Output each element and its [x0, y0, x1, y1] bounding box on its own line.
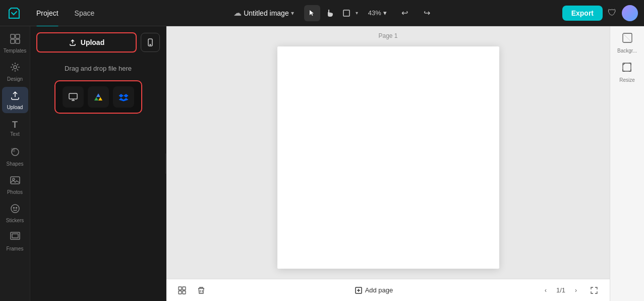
zoom-chevron-icon: ▾ — [383, 9, 387, 17]
sidebar-item-templates[interactable]: Templates — [2, 30, 28, 57]
svg-rect-19 — [183, 287, 186, 290]
svg-point-12 — [16, 208, 17, 209]
header: Project Space ☁ Untitled image ▾ — [0, 0, 644, 26]
canvas-scroll: Page 1 — [166, 26, 610, 279]
svg-point-16 — [150, 44, 151, 45]
bottom-center: Add page — [350, 284, 398, 296]
source-buttons-group — [54, 80, 142, 114]
tab-space[interactable]: Space — [67, 6, 103, 20]
undo-button[interactable]: ↩ — [397, 5, 413, 21]
svg-line-24 — [623, 33, 632, 42]
text-icon: T — [12, 120, 18, 129]
sidebar-item-photos[interactable]: Photos — [2, 172, 28, 198]
canvas-page — [277, 46, 499, 269]
logo-icon[interactable] — [6, 5, 22, 21]
svg-rect-0 — [343, 10, 349, 16]
svg-point-5 — [14, 66, 17, 69]
upload-main-button[interactable]: Upload — [36, 32, 137, 53]
design-icon — [10, 62, 21, 74]
resize-panel-item[interactable]: Resize — [619, 62, 635, 83]
fullscreen-icon — [590, 286, 598, 294]
doc-title: Untitled image — [244, 9, 289, 17]
trash-button[interactable] — [194, 283, 209, 298]
doc-title-area[interactable]: ☁ Untitled image ▾ — [229, 6, 298, 20]
resize-label: Resize — [619, 77, 635, 83]
add-page-button[interactable]: Add page — [350, 284, 398, 296]
svg-rect-14 — [12, 234, 18, 238]
svg-point-11 — [13, 208, 14, 209]
svg-point-10 — [11, 205, 19, 213]
sidebar-item-shapes[interactable]: Shapes — [2, 143, 28, 170]
phone-icon — [146, 38, 154, 46]
header-right: Export 🛡 — [562, 5, 638, 21]
svg-rect-1 — [11, 34, 15, 38]
page-settings-button[interactable] — [174, 283, 190, 298]
right-panel: Backgr... Resize — [610, 26, 644, 301]
dropbox-icon — [119, 92, 129, 102]
zoom-level: 43% — [368, 9, 381, 17]
frames-label: Frames — [7, 246, 24, 252]
background-label: Backgr... — [617, 48, 637, 54]
computer-source-button[interactable] — [63, 86, 84, 108]
photos-icon — [10, 175, 21, 187]
dropbox-source-button[interactable] — [113, 86, 134, 108]
fullscreen-button[interactable] — [587, 283, 602, 298]
zoom-button[interactable]: 43% ▾ — [364, 7, 391, 19]
background-panel-item[interactable]: Backgr... — [617, 32, 637, 54]
sidebar-item-frames[interactable]: Frames — [2, 228, 28, 255]
svg-rect-18 — [179, 287, 182, 290]
background-icon — [622, 32, 633, 46]
design-label: Design — [7, 76, 23, 82]
upload-btn-icon — [69, 38, 77, 46]
shield-icon[interactable]: 🛡 — [608, 8, 617, 18]
sidebar-item-stickers[interactable]: Stickers — [2, 200, 28, 226]
text-label: Text — [10, 131, 19, 137]
templates-icon — [10, 33, 21, 46]
page-indicator: 1/1 — [556, 286, 565, 294]
drag-drop-label: Drag and drop file here — [65, 65, 132, 72]
select-tool-button[interactable] — [304, 5, 320, 21]
svg-rect-2 — [16, 34, 20, 38]
svg-rect-7 — [11, 148, 15, 152]
add-page-icon — [355, 287, 362, 294]
stickers-icon — [10, 203, 21, 216]
page-label: Page 1 — [378, 32, 397, 39]
redo-button[interactable]: ↪ — [419, 5, 435, 21]
resize-icon — [621, 62, 632, 75]
google-drive-icon — [93, 92, 103, 102]
svg-rect-20 — [179, 291, 182, 294]
phone-button[interactable] — [141, 33, 160, 52]
google-drive-source-button[interactable] — [88, 86, 109, 108]
project-nav: Project Space — [28, 6, 102, 20]
stickers-label: Stickers — [6, 218, 24, 223]
panel-content: Drag and drop file here — [30, 59, 166, 301]
export-button[interactable]: Export — [562, 6, 603, 21]
tab-project[interactable]: Project — [28, 6, 67, 20]
hand-tool-button[interactable] — [321, 5, 337, 21]
prev-page-button[interactable]: ‹ — [539, 284, 552, 297]
trash-icon — [197, 286, 205, 294]
shapes-icon — [10, 146, 21, 159]
svg-rect-4 — [16, 39, 20, 43]
panel-top: Upload — [30, 26, 166, 59]
templates-label: Templates — [4, 48, 27, 54]
frame-tool-chevron[interactable]: ▾ — [356, 10, 358, 16]
svg-rect-21 — [183, 291, 186, 294]
sidebar-item-text[interactable]: T Text — [2, 115, 28, 141]
upload-label: Upload — [7, 105, 23, 110]
bottom-bar: Add page ‹ 1/1 › — [166, 279, 610, 301]
svg-rect-3 — [11, 39, 15, 43]
frame-tool-button[interactable] — [338, 5, 355, 21]
chevron-down-icon: ▾ — [291, 10, 294, 17]
header-left: Project Space — [6, 5, 102, 21]
sidebar-item-design[interactable]: Design — [2, 59, 28, 85]
bottom-left — [174, 283, 209, 298]
next-page-button[interactable]: › — [569, 284, 582, 297]
avatar[interactable] — [622, 5, 638, 21]
upload-icon — [10, 90, 21, 103]
panel-wrapper: Upload Drag and drop file here — [30, 26, 166, 301]
bottom-right: ‹ 1/1 › — [539, 283, 602, 298]
upload-main-label: Upload — [81, 38, 104, 46]
cloud-icon: ☁ — [233, 8, 242, 18]
sidebar-item-upload[interactable]: Upload — [2, 87, 28, 113]
